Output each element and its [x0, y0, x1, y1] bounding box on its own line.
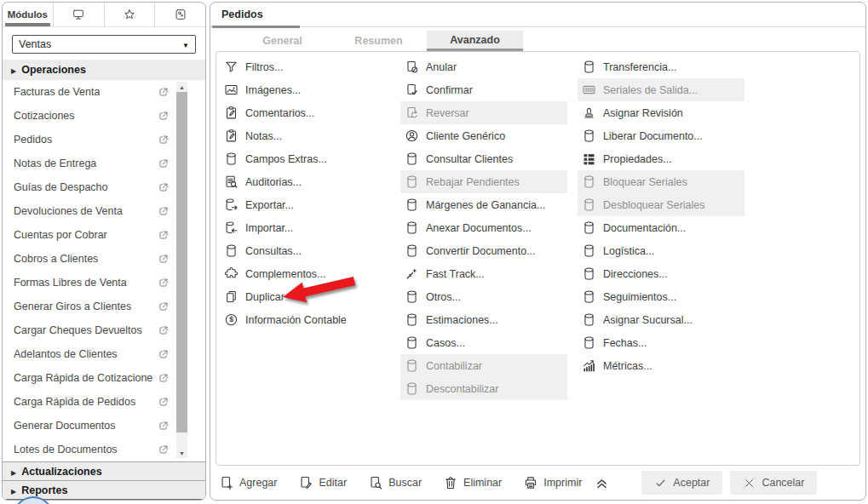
sidebar-tab-modulos[interactable]: Módulos — [3, 3, 54, 27]
external-link-icon[interactable] — [158, 110, 170, 124]
sidebar-item[interactable]: Adelantos de Clientes — [3, 342, 205, 366]
sidebar-section-operaciones[interactable]: Operaciones — [3, 60, 205, 80]
menu-item[interactable]: Fast Track... — [400, 262, 567, 285]
cancelar-button[interactable]: Cancelar — [730, 471, 817, 495]
agregar-button[interactable]: Agregar — [219, 475, 277, 490]
menu-item[interactable]: Anular — [400, 55, 567, 78]
database-icon — [405, 152, 419, 166]
tab-general[interactable]: General — [234, 31, 331, 51]
external-link-icon[interactable] — [158, 372, 170, 387]
sidebar-item[interactable]: Generar Documentos — [3, 414, 205, 438]
external-link-icon[interactable] — [158, 324, 170, 339]
menu-item[interactable]: Bloquear Seriales — [578, 170, 744, 193]
menu-item[interactable]: Auditorias... — [220, 170, 387, 193]
editar-button[interactable]: Editar — [298, 475, 347, 490]
database-icon — [582, 198, 596, 212]
sidebar-item[interactable]: Carga Rápida de Cotizacione — [3, 366, 205, 390]
sidebar-item[interactable]: Cargar Cheques Devueltos — [3, 318, 205, 342]
external-link-icon[interactable] — [158, 181, 170, 196]
sidebar-item[interactable]: Cobros a Clientes — [3, 247, 205, 271]
audit-search-icon — [224, 175, 239, 189]
sidebar-item-label: Carga Rápida de Pedidos — [14, 396, 135, 408]
menu-item[interactable]: Otros... — [400, 285, 567, 308]
menu-item[interactable]: $Información Contable — [220, 308, 387, 331]
module-select[interactable]: Ventas — [12, 35, 196, 54]
external-link-icon[interactable] — [158, 396, 170, 410]
sidebar-item[interactable]: Generar Giros a Clientes — [3, 295, 205, 318]
menu-item[interactable]: Logística... — [578, 239, 744, 262]
menu-item[interactable]: Rebajar Pendientes — [400, 170, 567, 193]
menu-item[interactable]: Duplicar — [220, 285, 387, 308]
external-link-icon[interactable] — [158, 86, 170, 100]
main-tab-bar: GeneralResumenAvanzado — [210, 31, 865, 51]
menu-item[interactable]: Documentación... — [578, 216, 744, 239]
sidebar-section-actualizaciones[interactable]: Actualizaciones — [3, 461, 205, 480]
window-tab-pedidos[interactable]: Pedidos — [221, 9, 263, 20]
sidebar-item[interactable]: Carga Rápida de Pedidos — [3, 390, 205, 414]
external-link-icon[interactable] — [158, 205, 170, 220]
menu-item[interactable]: Transferencia... — [578, 55, 744, 78]
chevrons-up-icon[interactable] — [595, 476, 609, 490]
sidebar-item[interactable]: Devoluciones de Venta — [3, 199, 205, 223]
menu-item[interactable]: Márgenes de Ganancia... — [400, 193, 567, 216]
menu-item[interactable]: Notas... — [220, 124, 387, 147]
menu-item[interactable]: Consultar Clientes — [400, 147, 567, 170]
menu-item-label: Direcciones... — [603, 268, 668, 280]
sidebar-item[interactable]: Formas Libres de Venta — [3, 271, 205, 295]
aceptar-button[interactable]: Aceptar — [641, 471, 722, 495]
menu-item[interactable]: Desbloquear Seriales — [578, 193, 744, 216]
menu-item[interactable]: Convertir Documento... — [400, 239, 567, 262]
menu-item[interactable]: Seguimientos... — [578, 285, 744, 308]
sidebar-item[interactable]: Guías de Despacho — [3, 175, 205, 199]
external-link-icon[interactable] — [158, 134, 170, 148]
menu-item[interactable]: Cliente Genérico — [400, 124, 567, 147]
tab-avanzado[interactable]: Avanzado — [427, 31, 523, 51]
sidebar-tab-key[interactable] — [155, 3, 205, 27]
external-link-icon[interactable] — [158, 301, 170, 315]
menu-item[interactable]: Campos Extras... — [220, 147, 387, 170]
imprimir-button[interactable]: Imprimir — [523, 475, 582, 490]
menu-item[interactable]: Imágenes... — [220, 78, 387, 101]
eliminar-button[interactable]: Eliminar — [443, 475, 502, 490]
tab-resumen[interactable]: Resumen — [331, 31, 427, 51]
sidebar-item[interactable]: Notas de Entrega — [3, 152, 205, 175]
sidebar-item[interactable]: Pedidos — [3, 128, 205, 152]
external-link-icon[interactable] — [158, 444, 170, 458]
buscar-button[interactable]: Buscar — [368, 475, 422, 490]
sidebar-item[interactable]: Lotes de Documentos — [3, 438, 205, 461]
menu-item[interactable]: Liberar Documento... — [578, 124, 744, 147]
sidebar-item[interactable]: Facturas de Venta — [3, 80, 205, 104]
tab-label: Avanzado — [450, 34, 500, 46]
menu-item[interactable]: Direcciones... — [578, 262, 744, 285]
sidebar-item[interactable]: Cuentas por Cobrar — [3, 223, 205, 247]
menu-item[interactable]: Filtros... — [220, 55, 387, 78]
menu-item[interactable]: Confirmar — [400, 78, 567, 101]
sidebar-tab-star[interactable] — [105, 3, 156, 27]
external-link-icon[interactable] — [158, 158, 170, 172]
menu-item[interactable]: Casos... — [400, 331, 567, 354]
menu-item[interactable]: Contabilizar — [400, 354, 567, 377]
menu-item[interactable]: Descontabilizar — [400, 377, 567, 400]
menu-item[interactable]: Fechas... — [578, 331, 744, 354]
sidebar-tab-monitor[interactable] — [54, 3, 105, 27]
doc-add-icon — [219, 475, 234, 490]
external-link-icon[interactable] — [158, 253, 170, 267]
menu-item[interactable]: Asignar Revisión — [578, 101, 744, 124]
menu-item[interactable]: Anexar Documentos... — [400, 216, 567, 239]
menu-item[interactable]: Métricas... — [578, 354, 744, 377]
menu-item[interactable]: Estimaciones... — [400, 308, 567, 331]
menu-item[interactable]: Comentarios... — [220, 101, 387, 124]
menu-item[interactable]: Propiedades... — [578, 147, 744, 170]
menu-item[interactable]: Exportar... — [220, 193, 387, 216]
menu-item[interactable]: Consultas... — [220, 239, 387, 262]
sidebar-item[interactable]: Cotizaciones — [3, 104, 205, 128]
menu-item[interactable]: Importar... — [220, 216, 387, 239]
menu-item[interactable]: Seriales de Salida... — [578, 78, 744, 101]
menu-item[interactable]: Complementos... — [220, 262, 387, 285]
external-link-icon[interactable] — [158, 420, 170, 434]
external-link-icon[interactable] — [158, 277, 170, 291]
external-link-icon[interactable] — [158, 348, 170, 363]
external-link-icon[interactable] — [158, 229, 170, 243]
menu-item[interactable]: Asignar Sucursal... — [578, 308, 744, 331]
menu-item[interactable]: Reversar — [400, 101, 567, 124]
